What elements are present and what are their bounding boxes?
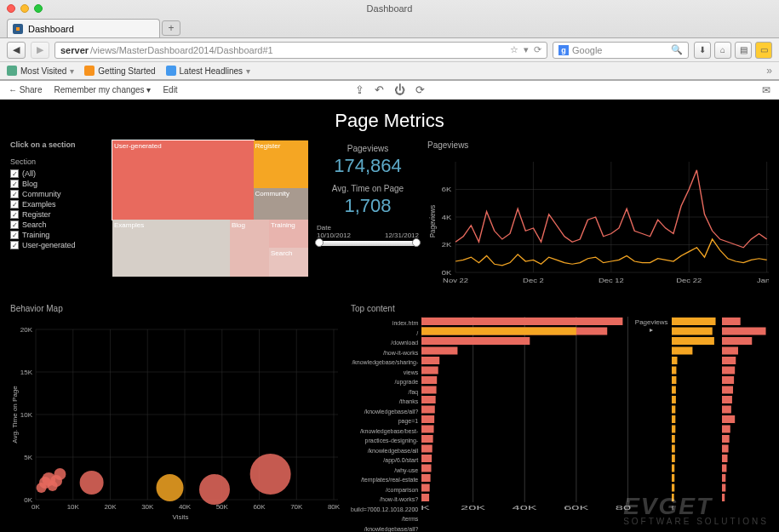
reload-icon[interactable]: ⟳ bbox=[534, 44, 541, 55]
treemap-cell[interactable]: User-generated bbox=[112, 140, 254, 220]
svg-rect-109 bbox=[672, 415, 675, 423]
checkbox-icon[interactable]: ✓ bbox=[10, 231, 19, 239]
download-icon[interactable]: ⬇ bbox=[694, 42, 711, 59]
topcontent-bars-3[interactable] bbox=[722, 317, 769, 512]
svg-text:2K: 2K bbox=[442, 241, 452, 249]
slider-track[interactable] bbox=[317, 241, 419, 246]
topcontent-bars-1[interactable]: 0K20K40K60K80K bbox=[421, 317, 632, 512]
line-chart[interactable]: 0K2K4K6KNov 22Dec 2Dec 12Dec 22Jan 1Page… bbox=[427, 153, 769, 285]
svg-rect-119 bbox=[722, 328, 766, 335]
dropdown-icon[interactable]: ▾ bbox=[524, 44, 529, 55]
url-input[interactable]: server /views/MasterDashboard2014/Dashbo… bbox=[54, 42, 547, 59]
treemap-cell[interactable]: Register bbox=[254, 140, 308, 188]
overflow-icon[interactable]: » bbox=[766, 65, 772, 77]
maximize-icon[interactable] bbox=[34, 4, 43, 13]
minimize-icon[interactable] bbox=[20, 4, 29, 13]
filter-checkbox-row[interactable]: ✓Register bbox=[10, 210, 104, 219]
forward-button[interactable]: ▶ bbox=[31, 42, 49, 59]
svg-rect-106 bbox=[672, 386, 676, 394]
bookmark-item[interactable]: Most Visited▾ bbox=[7, 66, 74, 76]
remember-changes-menu[interactable]: Remember my changes ▾ bbox=[54, 85, 151, 94]
filter-checkbox-row[interactable]: ✓Community bbox=[10, 190, 104, 198]
filter-checkbox-row[interactable]: ✓Training bbox=[10, 231, 104, 239]
svg-rect-79 bbox=[421, 415, 434, 423]
topcontent-row-label: /upgrade bbox=[351, 377, 418, 387]
checkbox-icon[interactable]: ✓ bbox=[10, 241, 19, 249]
slider-handle-start[interactable] bbox=[315, 238, 324, 247]
svg-text:20K: 20K bbox=[20, 326, 33, 334]
svg-rect-83 bbox=[421, 455, 432, 462]
checkbox-icon[interactable]: ✓ bbox=[10, 220, 19, 229]
back-button[interactable]: ◀ bbox=[7, 42, 26, 59]
folder-icon bbox=[7, 66, 17, 76]
svg-rect-121 bbox=[722, 347, 738, 355]
svg-rect-124 bbox=[722, 376, 734, 384]
svg-rect-122 bbox=[722, 357, 736, 364]
new-tab-button[interactable]: + bbox=[162, 20, 180, 36]
home-icon[interactable]: ⌂ bbox=[714, 42, 731, 59]
filter-checkbox-row[interactable]: ✓Blog bbox=[10, 180, 104, 188]
svg-text:4K: 4K bbox=[442, 214, 452, 221]
edit-link[interactable]: Edit bbox=[163, 85, 177, 94]
pause-icon[interactable]: ⏻ bbox=[394, 83, 405, 96]
search-icon[interactable]: 🔍 bbox=[671, 44, 683, 55]
search-input[interactable]: g Google 🔍 bbox=[553, 42, 689, 59]
watermark: EVGET SOFTWARE SOLUTIONS bbox=[623, 495, 769, 526]
svg-text:Avg. Time on Page: Avg. Time on Page bbox=[11, 386, 19, 443]
filter-item-label: Search bbox=[22, 220, 47, 229]
topcontent-labels: index.htm//download/how-it-works/knowled… bbox=[351, 317, 418, 532]
scatter-chart[interactable]: 0K5K10K15K20K0K10K20K30K40K50K60K70K80KV… bbox=[10, 317, 342, 521]
treemap-cell[interactable]: Community bbox=[254, 188, 308, 220]
subscribe-icon[interactable]: ✉ bbox=[762, 84, 770, 96]
topcontent-row-label: /app/6.0/start bbox=[351, 455, 418, 466]
bookmarks-icon[interactable]: ▤ bbox=[735, 42, 752, 59]
browser-tab[interactable]: Dashboard bbox=[7, 19, 160, 37]
google-icon: g bbox=[558, 45, 569, 55]
date-slider[interactable]: Date 10/10/201212/31/2012 bbox=[317, 224, 419, 246]
treemap-cell[interactable]: Examples bbox=[112, 220, 230, 277]
revert-icon[interactable]: ↶ bbox=[375, 83, 384, 96]
topcontent-bars-2[interactable]: 0K20K40K60K80K bbox=[672, 317, 719, 512]
bookmark-item[interactable]: Getting Started bbox=[84, 66, 155, 76]
tab-bar: Dashboard + bbox=[0, 17, 779, 37]
svg-rect-111 bbox=[672, 435, 675, 443]
svg-text:15K: 15K bbox=[20, 369, 33, 376]
treemap-cell[interactable]: Search bbox=[269, 248, 308, 277]
treemap-cell[interactable]: Training bbox=[269, 220, 308, 249]
share-link[interactable]: ← Share bbox=[9, 85, 42, 94]
checkbox-icon[interactable]: ✓ bbox=[10, 190, 19, 198]
checkbox-icon[interactable]: ✓ bbox=[10, 210, 19, 219]
url-toolbar: ◀ ▶ server /views/MasterDashboard2014/Da… bbox=[0, 37, 779, 61]
svg-rect-87 bbox=[421, 494, 429, 501]
svg-text:0K: 0K bbox=[421, 504, 431, 512]
filter-checkbox-row[interactable]: ✓(All) bbox=[10, 169, 104, 178]
filter-checkbox-row[interactable]: ✓Search bbox=[10, 220, 104, 229]
slider-handle-end[interactable] bbox=[412, 238, 421, 247]
svg-rect-130 bbox=[722, 435, 730, 443]
svg-rect-131 bbox=[722, 445, 729, 453]
treemap-chart[interactable]: User-generatedRegisterCommunityExamplesB… bbox=[112, 140, 308, 277]
filter-item-label: Training bbox=[22, 231, 49, 239]
bookmark-item[interactable]: Latest Headlines▾ bbox=[166, 66, 251, 76]
export-icon[interactable]: ⇪ bbox=[355, 83, 364, 96]
svg-point-54 bbox=[157, 474, 184, 501]
bookmark-star-icon[interactable]: ☆ bbox=[510, 44, 518, 55]
close-icon[interactable] bbox=[7, 4, 15, 13]
tab-label: Dashboard bbox=[28, 24, 74, 34]
filter-checkbox-row[interactable]: ✓User-generated bbox=[10, 241, 104, 249]
checkbox-icon[interactable]: ✓ bbox=[10, 200, 19, 209]
treemap-cell[interactable]: Blog bbox=[230, 220, 269, 277]
svg-rect-71 bbox=[421, 337, 530, 345]
checkbox-icon[interactable]: ✓ bbox=[10, 169, 19, 178]
svg-rect-74 bbox=[421, 367, 438, 375]
window-title: Dashboard bbox=[367, 3, 413, 14]
menu-icon[interactable]: ▭ bbox=[755, 42, 772, 59]
filter-checkbox-row[interactable]: ✓Examples bbox=[10, 200, 104, 209]
topcontent-row-label: /why-use bbox=[351, 466, 418, 476]
svg-text:Visits: Visits bbox=[173, 513, 189, 521]
dashboard: Page Metrics Click on a section Section … bbox=[0, 100, 779, 532]
refresh-icon[interactable]: ⟳ bbox=[415, 83, 425, 96]
checkbox-icon[interactable]: ✓ bbox=[10, 180, 19, 188]
topcontent-area: Top content index.htm//download/how-it-w… bbox=[351, 304, 769, 525]
bookmarks-bar: Most Visited▾ Getting Started Latest Hea… bbox=[0, 61, 779, 80]
